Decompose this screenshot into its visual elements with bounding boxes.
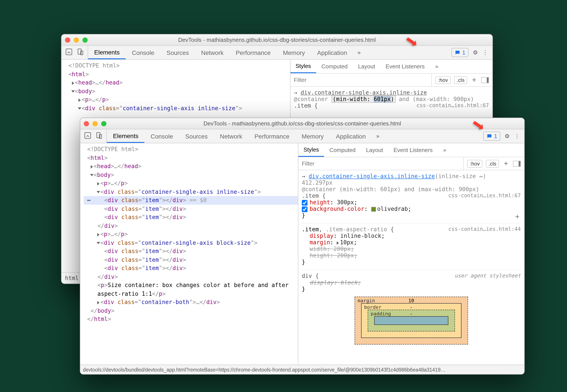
gear-icon[interactable]: ⚙: [473, 49, 478, 56]
container-chip[interactable]: → div.container-single-axis.inline-size: [294, 89, 489, 96]
window-title: DevTools - mathiasbynens.github.io/css-d…: [80, 120, 524, 127]
more-tabs-icon[interactable]: »: [372, 129, 384, 143]
styles-body-w2[interactable]: ➡ → div.container-single-axis.inline-siz…: [298, 170, 524, 364]
rule-source[interactable]: css-contain…ies.html:67: [417, 102, 489, 109]
traffic-lights[interactable]: [65, 37, 88, 42]
close-icon[interactable]: [65, 37, 70, 42]
inspect-icon[interactable]: [84, 132, 92, 141]
maximize-icon[interactable]: [101, 121, 106, 126]
main-tabs-w2: ElementsConsoleSourcesNetworkPerformance…: [80, 129, 524, 143]
subtab-layout[interactable]: Layout: [361, 143, 388, 157]
tab-sources[interactable]: Sources: [179, 129, 214, 143]
subtab-computed[interactable]: Computed: [316, 60, 353, 73]
tab-application[interactable]: Application: [330, 129, 372, 143]
more-tabs-icon[interactable]: »: [353, 46, 365, 59]
message-count: 1: [494, 133, 497, 139]
tab-performance[interactable]: Performance: [230, 46, 277, 59]
device-icon[interactable]: [95, 132, 103, 141]
subtab-event-listeners[interactable]: Event Listeners: [388, 143, 438, 157]
tab-sources[interactable]: Sources: [160, 46, 195, 59]
hov-button[interactable]: :hov: [435, 76, 450, 84]
tab-memory[interactable]: Memory: [296, 129, 330, 143]
message-count: 1: [462, 49, 465, 56]
rule-selector: .item {: [302, 193, 326, 199]
styles-filter-input[interactable]: [290, 77, 431, 83]
prop-checkbox[interactable]: [302, 200, 308, 206]
window-title: DevTools - mathiasbynens.github.io/css-d…: [61, 37, 492, 43]
tab-network[interactable]: Network: [195, 46, 230, 59]
prop-checkbox[interactable]: [302, 207, 308, 212]
main-tabs-w1: ElementsConsoleSourcesNetworkPerformance…: [61, 46, 492, 60]
messages-button[interactable]: 1: [483, 132, 500, 141]
selected-node[interactable]: ⋯ <div class="item"></div> == $0: [84, 196, 298, 205]
class-attr: container-single-axis inline-size: [123, 105, 236, 111]
tab-console[interactable]: Console: [126, 46, 161, 59]
crumb-html[interactable]: html: [65, 275, 79, 281]
device-icon[interactable]: [76, 48, 84, 57]
cls-button[interactable]: .cls: [454, 76, 467, 84]
more-subtabs-icon[interactable]: »: [438, 143, 451, 157]
traffic-lights[interactable]: [84, 121, 106, 126]
maximize-icon[interactable]: [82, 37, 88, 42]
titlebar-w2[interactable]: DevTools - mathiasbynens.github.io/css-d…: [80, 118, 524, 129]
cq-hl: 601px: [373, 96, 390, 102]
styles-filter-input[interactable]: [298, 160, 463, 167]
kebab-icon[interactable]: ⋮: [514, 133, 520, 139]
rule-source[interactable]: css-contain…ies.html:67: [448, 193, 521, 199]
paragraph-text: Size container: box changes color at bef…: [97, 282, 289, 297]
container-size: 412.297px: [302, 180, 521, 186]
rule-source[interactable]: css-contain…ies.html:44: [448, 226, 521, 232]
add-rule-icon[interactable]: ＋: [471, 75, 477, 84]
panel-toggle-icon[interactable]: [513, 160, 521, 167]
subtab-styles[interactable]: Styles: [290, 60, 316, 73]
elements-tree-w2[interactable]: <!DOCTYPE html> <html> <head>…</head> <b…: [80, 143, 298, 364]
minimize-icon[interactable]: [74, 37, 79, 42]
tab-memory[interactable]: Memory: [277, 46, 311, 59]
prop-height[interactable]: height: 300px;: [302, 199, 521, 206]
tab-network[interactable]: Network: [214, 129, 248, 143]
doctype: <!DOCTYPE html>: [87, 146, 138, 153]
kebab-icon[interactable]: ⋮: [482, 49, 488, 56]
tab-performance[interactable]: Performance: [248, 129, 296, 143]
prop-bg[interactable]: background-color: olivedrab;: [302, 206, 521, 212]
panel-toggle-icon[interactable]: [481, 77, 489, 83]
tab-elements[interactable]: Elements: [88, 46, 126, 59]
container-query: @container (min-width: 601px) and (max-w…: [302, 186, 521, 193]
sub-tabs-w2: StylesComputedLayoutEvent Listeners»: [298, 143, 524, 157]
doctype: <!DOCTYPE html>: [68, 62, 120, 69]
container-chip[interactable]: → div.container-single-axis.inline-size(…: [302, 173, 521, 180]
subtab-styles[interactable]: Styles: [298, 143, 324, 157]
subtab-event-listeners[interactable]: Event Listeners: [380, 60, 430, 73]
gear-icon[interactable]: ⚙: [505, 133, 510, 139]
close-icon[interactable]: [84, 121, 89, 126]
tab-application[interactable]: Application: [311, 46, 353, 59]
inspect-icon[interactable]: [65, 48, 73, 57]
more-subtabs-icon[interactable]: »: [430, 60, 443, 73]
hov-button[interactable]: :hov: [467, 160, 482, 168]
sub-tabs-w1: StylesComputedLayoutEvent Listeners»: [290, 60, 492, 74]
box-model[interactable]: margin10 border- padding-: [355, 297, 468, 345]
subtab-layout[interactable]: Layout: [353, 60, 380, 73]
rule-selector: .item {: [294, 102, 318, 109]
tab-elements[interactable]: Elements: [107, 129, 145, 143]
status-bar: devtools://devtools/bundled/devtools_app…: [80, 364, 524, 374]
add-prop-icon[interactable]: ＋: [514, 212, 521, 221]
minimize-icon[interactable]: [92, 121, 98, 126]
titlebar-w1[interactable]: DevTools - mathiasbynens.github.io/css-d…: [61, 34, 492, 46]
color-swatch-icon[interactable]: [371, 207, 376, 212]
messages-button[interactable]: 1: [451, 48, 468, 57]
rule-source-ua: user agent stylesheet: [455, 273, 521, 279]
add-rule-icon[interactable]: ＋: [502, 159, 509, 168]
tab-console[interactable]: Console: [145, 129, 179, 143]
subtab-computed[interactable]: Computed: [324, 143, 361, 157]
cls-button[interactable]: .cls: [486, 160, 499, 168]
